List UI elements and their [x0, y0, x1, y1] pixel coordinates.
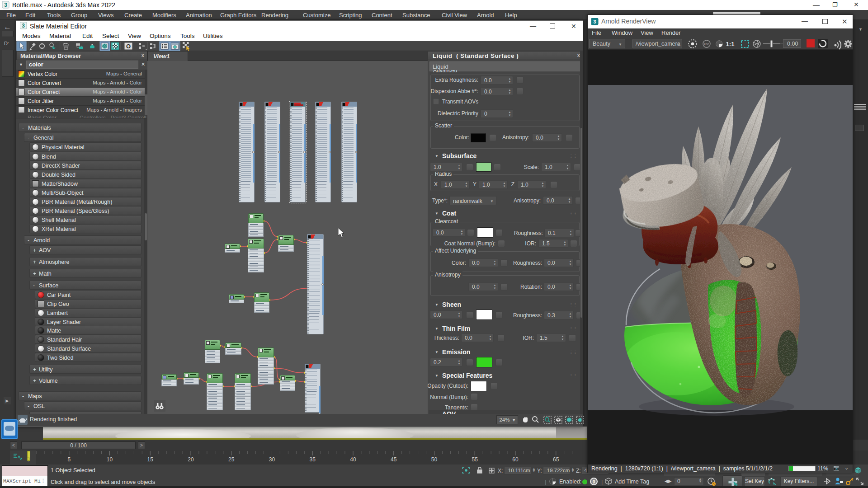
svg-text:3: 3 — [4, 2, 7, 8]
svg-text:20: 20 — [188, 456, 194, 463]
svg-text:30: 30 — [269, 456, 275, 463]
svg-text:O: O — [126, 43, 131, 50]
svg-text:25: 25 — [228, 456, 235, 463]
svg-text:40: 40 — [350, 456, 356, 463]
svg-text:3: 3 — [593, 19, 596, 24]
svg-text:50: 50 — [431, 456, 438, 463]
svg-text:60: 60 — [512, 456, 519, 463]
svg-text:15: 15 — [147, 456, 154, 463]
svg-text:RGB: RGB — [704, 43, 709, 46]
svg-text:3: 3 — [22, 23, 25, 29]
svg-text:5: 5 — [67, 456, 71, 463]
svg-text:1:1: 1:1 — [726, 41, 735, 47]
svg-text:45: 45 — [391, 456, 397, 463]
svg-text:55: 55 — [472, 456, 478, 463]
svg-text:65: 65 — [553, 456, 559, 463]
svg-text:10: 10 — [107, 456, 113, 463]
svg-text:35: 35 — [310, 456, 316, 463]
